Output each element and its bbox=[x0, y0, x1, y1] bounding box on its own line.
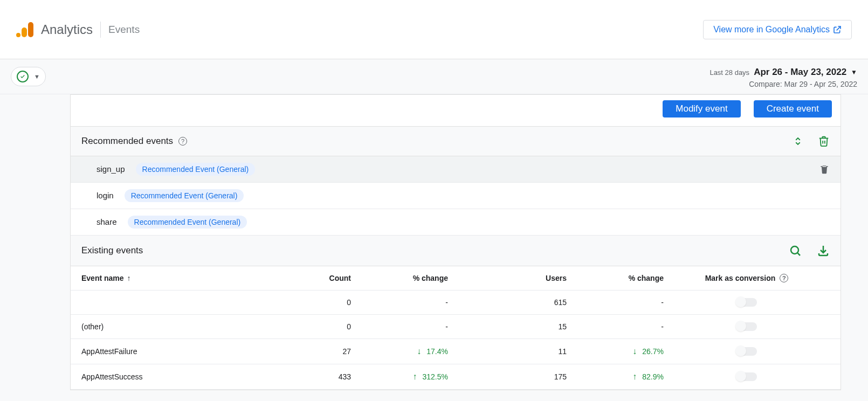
download-icon bbox=[817, 244, 830, 257]
recommended-events-list: sign_upRecommended Event (General)loginR… bbox=[71, 156, 841, 236]
svg-line-1 bbox=[798, 253, 800, 255]
table-row[interactable]: 0-615- bbox=[71, 291, 841, 315]
main-area: Modify event Create event Recommended ev… bbox=[0, 94, 868, 401]
conversion-toggle[interactable] bbox=[736, 347, 757, 356]
cell-users-change: - bbox=[567, 322, 664, 331]
existing-events-table-body: 0-615-(other)0-15-AppAttestFailure27↓17.… bbox=[71, 291, 841, 390]
create-event-button[interactable]: Create event bbox=[754, 100, 832, 117]
existing-events-title: Existing events bbox=[81, 245, 143, 256]
cell-conversion bbox=[664, 322, 830, 331]
conversion-toggle[interactable] bbox=[736, 322, 757, 331]
arrow-down-icon: ↓ bbox=[632, 347, 637, 356]
chevron-down-icon: ▼ bbox=[851, 68, 857, 76]
cell-count-change: ↑312.5% bbox=[351, 372, 448, 382]
analytics-logo-icon bbox=[16, 22, 33, 37]
table-row[interactable]: AppAttestSuccess433↑312.5%175↑82.9% bbox=[71, 364, 841, 390]
delete-all-button[interactable] bbox=[818, 135, 830, 147]
delete-row-button[interactable] bbox=[819, 164, 830, 175]
control-bar: ▼ Last 28 days Apr 26 - May 23, 2022 ▼ C… bbox=[0, 59, 868, 94]
cell-event-name: AppAttestFailure bbox=[81, 347, 286, 356]
date-range: Apr 26 - May 23, 2022 bbox=[754, 67, 846, 78]
col-users-change[interactable]: % change bbox=[567, 274, 664, 282]
period-label: Last 28 days bbox=[709, 68, 749, 77]
cell-conversion bbox=[664, 347, 830, 356]
segment-chip[interactable]: ▼ bbox=[11, 67, 46, 86]
card-actions: Modify event Create event bbox=[71, 95, 841, 127]
cell-count: 0 bbox=[286, 322, 351, 331]
col-users[interactable]: Users bbox=[448, 274, 567, 282]
cell-event-name: (other) bbox=[81, 322, 286, 331]
recommended-event-pill: Recommended Event (General) bbox=[125, 189, 244, 202]
search-button[interactable] bbox=[789, 244, 802, 257]
table-header-row: Event name ↑ Count % change Users % chan… bbox=[71, 266, 841, 291]
table-row[interactable]: (other)0-15- bbox=[71, 315, 841, 339]
cell-users-change: ↓26.7% bbox=[567, 347, 664, 356]
cell-event-name: AppAttestSuccess bbox=[81, 372, 286, 381]
recommended-event-pill: Recommended Event (General) bbox=[136, 163, 256, 176]
conversion-toggle[interactable] bbox=[736, 298, 757, 307]
recommended-event-row[interactable]: shareRecommended Event (General) bbox=[71, 209, 841, 236]
existing-events-header: Existing events bbox=[71, 236, 841, 266]
svg-point-0 bbox=[791, 246, 798, 254]
col-count[interactable]: Count bbox=[286, 274, 351, 282]
recommended-events-title: Recommended events bbox=[81, 136, 173, 147]
cell-users: 11 bbox=[448, 347, 567, 356]
sort-asc-icon: ↑ bbox=[127, 274, 131, 282]
cell-count-change: - bbox=[351, 298, 448, 307]
chevron-down-icon: ▼ bbox=[34, 73, 40, 80]
cell-users: 175 bbox=[448, 372, 567, 381]
col-count-change[interactable]: % change bbox=[351, 274, 448, 282]
help-icon[interactable]: ? bbox=[178, 137, 187, 146]
recommended-event-pill: Recommended Event (General) bbox=[128, 216, 247, 229]
page-title: Events bbox=[108, 24, 140, 36]
check-circle-icon bbox=[17, 71, 29, 82]
trash-icon bbox=[819, 164, 830, 175]
search-icon bbox=[789, 244, 802, 257]
divider bbox=[100, 22, 101, 38]
arrow-up-icon: ↑ bbox=[413, 372, 417, 382]
date-range-picker[interactable]: Last 28 days Apr 26 - May 23, 2022 ▼ Com… bbox=[709, 67, 857, 88]
expand-collapse-button[interactable] bbox=[793, 135, 803, 147]
recommended-event-name: login bbox=[97, 191, 114, 200]
recommended-event-row[interactable]: loginRecommended Event (General) bbox=[71, 183, 841, 209]
compare-range: Compare: Mar 29 - Apr 25, 2022 bbox=[709, 80, 857, 88]
modify-event-button[interactable]: Modify event bbox=[663, 100, 740, 117]
download-button[interactable] bbox=[817, 244, 830, 257]
view-more-button[interactable]: View more in Google Analytics bbox=[703, 20, 852, 39]
cell-count-change: - bbox=[351, 322, 448, 331]
cell-count: 0 bbox=[286, 298, 351, 307]
cell-count: 433 bbox=[286, 372, 351, 381]
recommended-event-name: sign_up bbox=[97, 164, 125, 174]
recommended-event-row[interactable]: sign_upRecommended Event (General) bbox=[71, 156, 841, 183]
conversion-toggle[interactable] bbox=[736, 372, 757, 381]
help-icon[interactable]: ? bbox=[780, 274, 788, 282]
recommended-event-name: share bbox=[97, 217, 117, 226]
trash-icon bbox=[818, 135, 830, 147]
view-more-label: View more in Google Analytics bbox=[713, 25, 830, 34]
recommended-events-header: Recommended events ? bbox=[71, 127, 841, 156]
brand-title: Analytics bbox=[41, 22, 93, 37]
cell-count-change: ↓17.4% bbox=[351, 347, 448, 356]
unfold-icon bbox=[793, 135, 803, 147]
events-card: Modify event Create event Recommended ev… bbox=[70, 94, 841, 390]
cell-users-change: ↑82.9% bbox=[567, 372, 664, 382]
cell-conversion bbox=[664, 372, 830, 381]
brand-block: Analytics Events bbox=[16, 22, 140, 38]
top-bar: Analytics Events View more in Google Ana… bbox=[0, 0, 868, 59]
cell-users-change: - bbox=[567, 298, 664, 307]
table-row[interactable]: AppAttestFailure27↓17.4%11↓26.7% bbox=[71, 339, 841, 364]
col-event-name[interactable]: Event name ↑ bbox=[81, 274, 286, 282]
cell-users: 15 bbox=[448, 322, 567, 331]
cell-users: 615 bbox=[448, 298, 567, 307]
arrow-down-icon: ↓ bbox=[417, 347, 421, 356]
cell-conversion bbox=[664, 298, 830, 307]
cell-count: 27 bbox=[286, 347, 351, 356]
arrow-up-icon: ↑ bbox=[632, 372, 637, 382]
col-conversion: Mark as conversion ? bbox=[664, 274, 830, 282]
open-external-icon bbox=[833, 25, 842, 34]
